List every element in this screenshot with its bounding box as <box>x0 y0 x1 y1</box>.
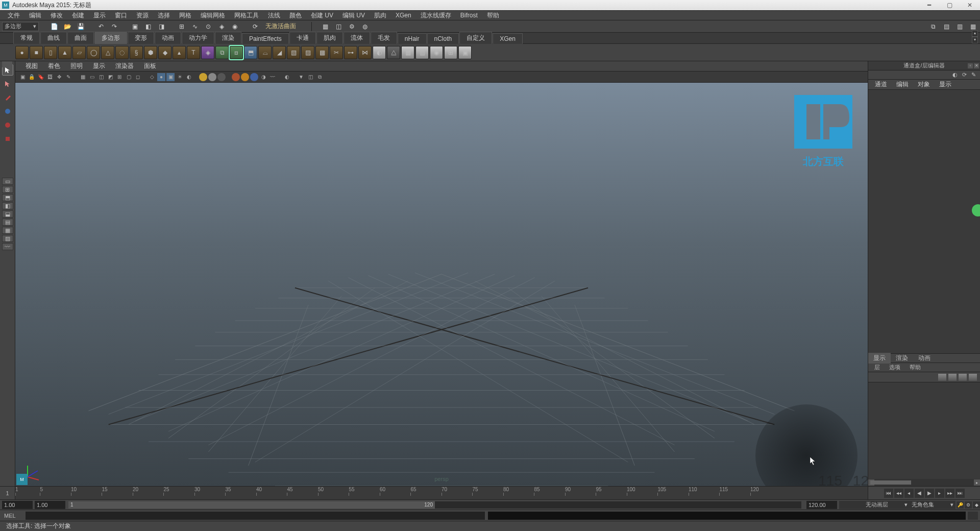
save-scene-icon[interactable]: 💾 <box>76 21 86 32</box>
shelf-tab-painteffects[interactable]: PaintEffects <box>242 33 289 44</box>
two-pane-h-icon[interactable]: ⬒ <box>2 194 13 201</box>
menuset-combo[interactable]: 多边形▾ <box>2 22 39 31</box>
menu-file[interactable]: 文件 <box>3 10 24 21</box>
poly-pipe-icon[interactable]: ◌ <box>115 46 129 59</box>
vpmenu-show[interactable]: 显示 <box>88 61 110 71</box>
layer-move-down-icon[interactable] <box>969 374 977 381</box>
shelf-tab-fur[interactable]: 毛发 <box>371 32 397 44</box>
mirror-icon[interactable]: ⧋ <box>387 46 400 59</box>
uv-spherical-icon[interactable]: ◉ <box>430 46 443 59</box>
poly-cube-icon[interactable]: ■ <box>30 46 43 59</box>
menu-edituv[interactable]: 编辑 UV <box>338 10 370 21</box>
menu-xgen[interactable]: XGen <box>391 11 416 20</box>
panel-undock-icon[interactable]: ▫ <box>968 63 973 68</box>
vp-res-gate-icon[interactable]: ◫ <box>97 73 105 81</box>
vp-textured-icon[interactable]: ▣ <box>166 73 175 81</box>
go-start-icon[interactable]: ⏮ <box>884 489 893 498</box>
separate-icon[interactable]: ⧈ <box>230 46 243 59</box>
layer-list[interactable] <box>868 382 980 479</box>
channel-manip-icon[interactable]: ◐ <box>951 71 959 79</box>
vp-renderer-select-icon[interactable]: ▼ <box>297 73 305 81</box>
poly-soccer-icon[interactable]: ⬢ <box>144 46 157 59</box>
menu-edit[interactable]: 编辑 <box>24 10 46 21</box>
combine-icon[interactable]: ⧉ <box>215 46 229 59</box>
smooth-icon[interactable]: ◐ <box>373 46 386 59</box>
vpmenu-shading[interactable]: 着色 <box>43 61 65 71</box>
shelf-scroll[interactable]: ▴▾ <box>972 30 978 43</box>
vp-dx11-icon[interactable]: ◫ <box>306 73 314 81</box>
poly-torus-icon[interactable]: ◯ <box>87 46 100 59</box>
channel-tab-object[interactable]: 对象 <box>913 79 935 90</box>
shelf-tab-ncloth[interactable]: nCloth <box>427 33 459 44</box>
shelf-tab-general[interactable]: 常规 <box>13 32 40 44</box>
channel-body[interactable] <box>868 90 980 353</box>
panel-close-icon[interactable]: ✕ <box>974 63 979 68</box>
vp-gate-mask-icon[interactable]: ◩ <box>106 73 114 81</box>
uv-editor-icon[interactable]: ▣ <box>458 46 472 59</box>
bridge-icon[interactable]: ⌓ <box>258 46 272 59</box>
go-end-icon[interactable]: ⏭ <box>955 489 965 498</box>
char-set-combo[interactable]: 无角色集▾ <box>910 501 955 509</box>
layer-move-up-icon[interactable] <box>959 374 967 381</box>
bevel-icon[interactable]: ◢ <box>273 46 286 59</box>
paint-select-tool-icon[interactable] <box>2 92 13 103</box>
vp-field-chart-icon[interactable]: ⊞ <box>115 73 124 81</box>
move-tool-icon[interactable] <box>2 106 13 117</box>
vp-shadows-icon[interactable]: ◐ <box>185 73 193 81</box>
poly-type-icon[interactable]: T <box>187 46 200 59</box>
vp-image-plane-icon[interactable]: 🖼 <box>46 73 54 81</box>
vp-motion-blur-icon[interactable]: 〰 <box>268 73 277 81</box>
vp-wireframe-icon[interactable]: ◇ <box>148 73 156 81</box>
shelf-tab-fluids[interactable]: 流体 <box>344 32 370 44</box>
vp-film-gate-icon[interactable]: ▭ <box>88 73 96 81</box>
menu-cache[interactable]: 流水线缓存 <box>416 10 456 21</box>
menu-createuv[interactable]: 创建 UV <box>306 10 338 21</box>
time-ruler[interactable]: 1510152025303540455055606570758085909510… <box>15 487 868 499</box>
poly-sphere-icon[interactable]: ● <box>15 46 29 59</box>
scroll-right-icon[interactable]: ▸ <box>974 479 980 486</box>
append-icon[interactable]: ▧ <box>287 46 300 59</box>
vp-all-lights-icon[interactable] <box>208 73 216 81</box>
poly-plane-icon[interactable]: ▱ <box>72 46 86 59</box>
poly-prism-icon[interactable]: △ <box>101 46 114 59</box>
range-start-full-field[interactable]: 1.00 <box>2 501 33 509</box>
step-forward-icon[interactable]: ▸ <box>935 489 944 498</box>
multicut-icon[interactable]: ✂ <box>330 46 343 59</box>
persp-graph-icon[interactable]: ▦ <box>2 227 13 234</box>
snap-curve-icon[interactable]: ∿ <box>190 21 200 32</box>
ipr-render-icon[interactable]: ◫ <box>333 21 344 32</box>
script-lang-label[interactable]: MEL <box>0 513 26 519</box>
menu-window[interactable]: 窗口 <box>110 10 132 21</box>
menu-editmesh[interactable]: 编辑网格 <box>196 10 230 21</box>
layer-scrollbar[interactable]: ◂ ▸ <box>868 479 980 486</box>
sculpt-tool-icon[interactable]: ◈ <box>201 46 214 59</box>
close-button[interactable]: ✕ <box>960 0 980 10</box>
vp-grease-icon[interactable]: ✎ <box>64 73 72 81</box>
play-back-icon[interactable]: ◀ <box>915 489 924 498</box>
viewport[interactable]: 北方互联 M persp 115 12 <box>15 83 868 486</box>
current-frame-marker[interactable]: 1 <box>0 487 15 499</box>
scroll-thumb[interactable] <box>870 480 911 485</box>
uv-cylindrical-icon[interactable]: ▥ <box>415 46 429 59</box>
two-pane-v-icon[interactable]: ◧ <box>2 202 13 209</box>
vpmenu-panels[interactable]: 面板 <box>139 61 161 71</box>
menu-mesh[interactable]: 网格 <box>175 10 196 21</box>
shelf-tab-dynamics[interactable]: 动力学 <box>182 32 214 44</box>
menu-normals[interactable]: 法线 <box>263 10 285 21</box>
layer-tab-anim[interactable]: 动画 <box>913 353 936 364</box>
sidebar-toggle-2-icon[interactable]: ▤ <box>941 21 951 32</box>
uv-planar-icon[interactable]: ▦ <box>401 46 414 59</box>
snap-plane-icon[interactable]: ◈ <box>216 21 227 32</box>
render-settings-icon[interactable]: ⚙ <box>347 21 357 32</box>
vpmenu-renderer[interactable]: 渲染器 <box>110 61 139 71</box>
shelf-tab-custom[interactable]: 自定义 <box>459 32 492 44</box>
autokey-toggle-icon[interactable]: 🔑 <box>957 501 964 509</box>
target-weld-icon[interactable]: ⊶ <box>344 46 357 59</box>
play-forward-icon[interactable]: ▶ <box>925 489 934 498</box>
step-forward-key-icon[interactable]: ▸▸ <box>945 489 954 498</box>
shelf-tab-polygons[interactable]: 多边形 <box>94 32 127 44</box>
vp-select-camera-icon[interactable]: ▣ <box>18 73 27 81</box>
lasso-tool-icon[interactable] <box>2 78 13 89</box>
merge-icon[interactable]: ⋈ <box>358 46 372 59</box>
poly-cone-icon[interactable]: ▲ <box>58 46 71 59</box>
